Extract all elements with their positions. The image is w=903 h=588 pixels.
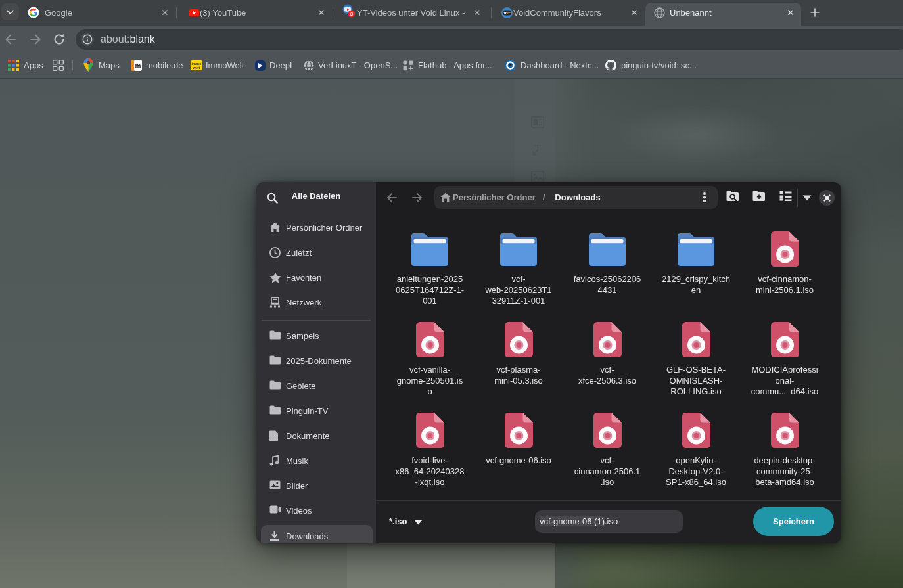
svg-text:immo: immo (192, 62, 202, 66)
svg-text:welt: welt (193, 66, 200, 70)
svg-text:3: 3 (350, 11, 354, 17)
svg-text:m: m (135, 62, 141, 70)
svg-text:vcf: vcf (506, 11, 513, 15)
